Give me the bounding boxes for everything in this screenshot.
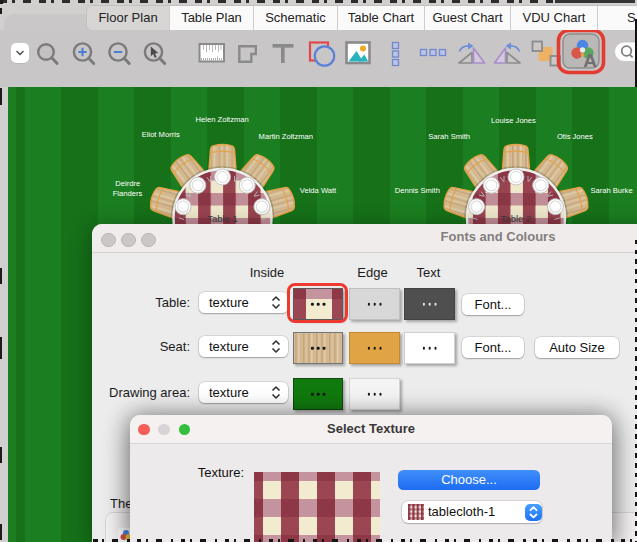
svg-text:Sarah Smith: Sarah Smith xyxy=(428,132,470,141)
svg-text:Deirdre: Deirdre xyxy=(115,179,140,188)
svg-text:Helen Zoltzman: Helen Zoltzman xyxy=(196,115,249,124)
svg-text:Otis Jones: Otis Jones xyxy=(557,132,593,141)
svg-text:Sarah Burke: Sarah Burke xyxy=(590,186,632,195)
svg-text:Eliot Morris: Eliot Morris xyxy=(142,130,180,139)
svg-text:A: A xyxy=(583,50,597,71)
svg-text:Velda Watt: Velda Watt xyxy=(300,186,337,195)
svg-text:Louise Jones: Louise Jones xyxy=(491,116,536,125)
svg-text:Martin Zoltzman: Martin Zoltzman xyxy=(259,132,313,141)
svg-text:Table 2: Table 2 xyxy=(501,213,532,224)
svg-text:Flanders: Flanders xyxy=(113,189,143,198)
svg-text:Dennis Smith: Dennis Smith xyxy=(395,186,440,195)
svg-text:Table 1: Table 1 xyxy=(207,213,238,224)
